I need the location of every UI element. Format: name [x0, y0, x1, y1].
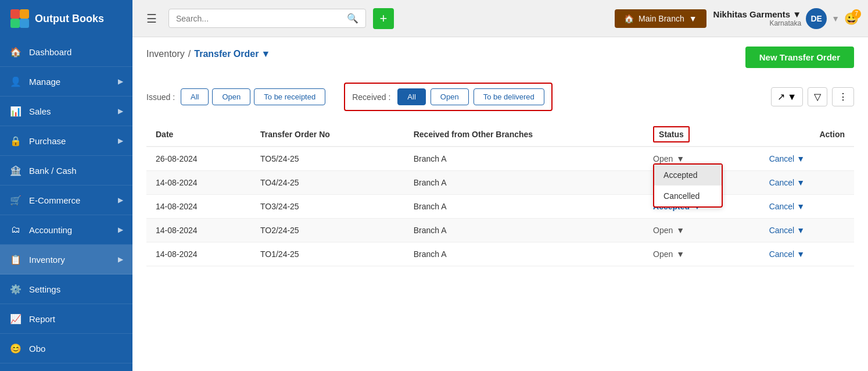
cell-order-no: TO2/24-25 [251, 219, 404, 242]
sidebar-label-settings: Settings [29, 284, 123, 294]
more-button[interactable]: ⋮ [832, 87, 854, 106]
dashboard-icon: 🏠 [9, 45, 22, 58]
table-row: 14-08-2024 TO1/24-25 Branch A Open ▼ Can… [146, 242, 854, 266]
received-filter-label: Received : [352, 92, 390, 102]
status-option-accepted[interactable]: Accepted [654, 165, 722, 186]
received-filter-open[interactable]: Open [431, 88, 469, 105]
cell-date: 14-08-2024 [146, 242, 251, 266]
issued-filter-label: Issued : [146, 92, 175, 102]
cell-action: Cancel ▼ [760, 171, 854, 195]
branch-label: Main Branch [639, 14, 684, 23]
branch-dropdown-icon: ▼ [689, 14, 697, 23]
breadcrumb-separator: / [188, 49, 191, 59]
cell-status: Open ▼ [644, 242, 760, 266]
hamburger-button[interactable]: ☰ [142, 9, 162, 28]
accounting-arrow: ▶ [118, 226, 123, 234]
status-button-row1[interactable]: Open ▼ [653, 154, 684, 163]
export-button[interactable]: ↗ ▼ [771, 87, 803, 106]
sidebar-item-report[interactable]: 📈 Report [0, 304, 132, 334]
sidebar-label-obo: Obo [29, 344, 123, 354]
sidebar-item-settings[interactable]: ⚙️ Settings [0, 274, 132, 304]
sidebar-item-sales[interactable]: 📊 Sales ▶ [0, 97, 132, 126]
sidebar-item-ecommerce[interactable]: 🛒 E-Commerce ▶ [0, 186, 132, 215]
received-filter-all[interactable]: All [397, 88, 425, 105]
obo-icon: 😊 [9, 342, 22, 355]
col-action: Action [760, 123, 854, 147]
sidebar-item-dashboard[interactable]: 🏠 Dashboard [0, 37, 132, 67]
cell-branch: Branch A [404, 147, 644, 171]
more-icon: ⋮ [838, 91, 848, 102]
cancel-arrow-icon: ▼ [797, 249, 805, 259]
cancel-button-row2[interactable]: Cancel ▼ [769, 178, 805, 187]
content-area: Inventory / Transfer Order ▼ New Transfe… [132, 37, 868, 371]
table-row: 26-08-2024 TO5/24-25 Branch A Open ▼ Acc… [146, 147, 854, 171]
sidebar-item-manage[interactable]: 👤 Manage ▶ [0, 67, 132, 97]
notification-button[interactable]: 😀 7 [844, 12, 859, 26]
status-dropdown-wrapper: Open ▼ Accepted Cancelled [653, 154, 684, 163]
sales-arrow: ▶ [118, 107, 123, 115]
cell-action: Cancel ▼ [760, 195, 854, 219]
sales-icon: 📊 [9, 105, 22, 117]
received-filter-to-be-delivered[interactable]: To be delivered [474, 88, 544, 105]
issued-filter-to-be-receipted[interactable]: To be receipted [254, 88, 325, 105]
cancel-button-row1[interactable]: Cancel ▼ [769, 154, 805, 163]
cancel-button-row4[interactable]: Cancel ▼ [769, 226, 805, 235]
user-section: Nikhitas Garments ▼ Karnataka DE ▼ 😀 7 [713, 8, 859, 29]
transfer-order-table: Date Transfer Order No Received from Oth… [146, 123, 854, 266]
svg-rect-0 [10, 9, 20, 19]
sidebar-label-purchase: Purchase [29, 136, 118, 146]
accounting-icon: 🗂 [9, 223, 22, 236]
cell-order-no: TO1/24-25 [251, 242, 404, 266]
breadcrumb-current[interactable]: Transfer Order ▼ [194, 49, 270, 59]
status-button-row5[interactable]: Open ▼ [653, 249, 684, 259]
cancel-arrow-icon: ▼ [797, 154, 805, 163]
user-dropdown-icon: ▼ [792, 9, 801, 19]
add-button[interactable]: + [373, 8, 394, 29]
cell-order-no: TO3/24-25 [251, 195, 404, 219]
search-input[interactable] [176, 14, 347, 23]
search-icon: 🔍 [347, 13, 358, 24]
cell-action: Cancel ▼ [760, 242, 854, 266]
new-transfer-order-button[interactable]: New Transfer Order [745, 47, 854, 68]
issued-filter-all[interactable]: All [181, 88, 209, 105]
filter-button[interactable]: ▽ [808, 87, 827, 106]
export-icon: ↗ [777, 91, 785, 102]
branch-button[interactable]: 🏠 Main Branch ▼ [615, 9, 706, 28]
sidebar-label-ecommerce: E-Commerce [29, 195, 118, 205]
sidebar-label-inventory: Inventory [29, 255, 118, 265]
sidebar-item-bank-cash[interactable]: 🏦 Bank / Cash [0, 156, 132, 186]
sidebar-item-inventory[interactable]: 📋 Inventory ▶ [0, 245, 132, 274]
svg-rect-1 [20, 9, 29, 19]
issued-filter-open[interactable]: Open [212, 88, 250, 105]
cancel-button-row5[interactable]: Cancel ▼ [769, 249, 805, 259]
ecommerce-icon: 🛒 [9, 194, 22, 206]
cancel-arrow-icon: ▼ [797, 178, 805, 187]
breadcrumb-parent: Inventory [146, 49, 185, 59]
cell-order-no: TO4/24-25 [251, 171, 404, 195]
sidebar-label-manage: Manage [29, 77, 118, 87]
avatar: DE [806, 8, 827, 29]
header: ☰ 🔍 + 🏠 Main Branch ▼ Nikhitas Garments … [132, 0, 868, 37]
cell-branch: Branch A [404, 219, 644, 242]
sidebar-item-accounting[interactable]: 🗂 Accounting ▶ [0, 215, 132, 245]
toolbar-right: ↗ ▼ ▽ ⋮ [771, 87, 854, 106]
user-arrow-icon: ▼ [831, 14, 840, 23]
sidebar-logo: Output Books [0, 0, 132, 37]
status-option-cancelled[interactable]: Cancelled [654, 186, 722, 206]
cell-action: Cancel ▼ [760, 147, 854, 171]
cell-status: Open ▼ Accepted Cancelled [644, 147, 760, 171]
cell-action: Cancel ▼ [760, 219, 854, 242]
cell-branch: Branch A [404, 242, 644, 266]
col-order-no: Transfer Order No [251, 123, 404, 147]
table-row: 14-08-2024 TO4/24-25 Branch A Accepted ▼… [146, 171, 854, 195]
sidebar-item-obo[interactable]: 😊 Obo [0, 334, 132, 363]
sidebar-label-sales: Sales [29, 106, 118, 116]
status-button-row4[interactable]: Open ▼ [653, 226, 684, 235]
main-area: ☰ 🔍 + 🏠 Main Branch ▼ Nikhitas Garments … [132, 0, 868, 371]
table-row: 14-08-2024 TO3/24-25 Branch A Accepted ▼… [146, 195, 854, 219]
cancel-button-row3[interactable]: Cancel ▼ [769, 202, 805, 211]
user-info: Nikhitas Garments ▼ Karnataka [713, 9, 802, 27]
col-date: Date [146, 123, 251, 147]
purchase-arrow: ▶ [118, 137, 123, 145]
sidebar-item-purchase[interactable]: 🔒 Purchase ▶ [0, 126, 132, 156]
